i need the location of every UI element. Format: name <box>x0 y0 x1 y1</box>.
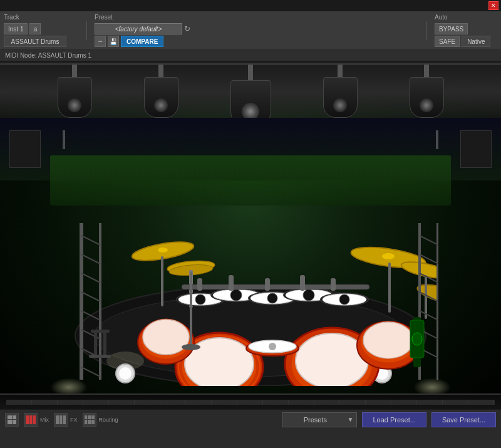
presets-dropdown-button[interactable]: Presets <box>282 412 357 427</box>
save-preset-button[interactable]: Save Preset... <box>431 412 496 427</box>
svg-point-31 <box>339 294 349 305</box>
routing-cell-6 <box>91 420 95 424</box>
svg-point-84 <box>412 333 422 345</box>
routing-cell-1 <box>85 415 88 420</box>
save-icon: 💾 <box>110 38 117 45</box>
auto-section: Auto BYPASS SAFE Native <box>435 14 497 47</box>
preset-section: Preset <factory default> ↻ − 💾 COMPARE <box>95 14 419 47</box>
routing-cell-4 <box>85 420 88 424</box>
routing-cell-3 <box>91 415 95 420</box>
main-content <box>0 61 501 409</box>
fixture-body-5 <box>410 77 444 118</box>
fx-icon <box>56 415 66 424</box>
fx-bar-3 <box>63 415 66 424</box>
svg-point-25 <box>267 293 277 303</box>
separator-1 <box>86 21 87 40</box>
icon-group-mix: Mix <box>24 413 49 427</box>
routing-icon <box>85 415 95 424</box>
svg-rect-48 <box>182 284 369 289</box>
svg-line-65 <box>81 236 100 245</box>
fixture-mount-5 <box>424 65 429 77</box>
svg-rect-62 <box>425 275 427 319</box>
icon-group-routing: Routing <box>83 413 118 427</box>
fx-bar-2 <box>59 415 63 424</box>
mix-bar-3 <box>33 415 36 424</box>
svg-rect-54 <box>190 272 192 347</box>
svg-rect-52 <box>300 275 305 291</box>
save-icon-button[interactable]: 💾 <box>108 36 119 47</box>
presets-container: Presets ▼ <box>282 412 357 427</box>
fixture-1 <box>58 65 92 118</box>
svg-rect-88 <box>89 355 111 358</box>
svg-rect-61 <box>388 263 391 313</box>
mix-icon <box>26 415 36 424</box>
routing-cell-5 <box>88 420 91 424</box>
compare-button[interactable]: COMPARE <box>121 36 163 47</box>
control-bar: Track Inst 1 a ASSAULT Drums Preset <fac… <box>0 11 501 50</box>
fixture-4 <box>323 65 358 118</box>
track-section: Track Inst 1 a ASSAULT Drums <box>4 14 79 47</box>
mix-bar-2 <box>29 415 33 424</box>
svg-rect-53 <box>331 278 336 291</box>
fixture-lens-4 <box>333 98 347 112</box>
svg-line-68 <box>81 292 100 301</box>
fixture-2 <box>144 65 178 118</box>
svg-point-4 <box>119 367 132 380</box>
fixture-mount-1 <box>72 65 77 77</box>
icon-group-1 <box>5 413 19 427</box>
bottom-toolbar: Mix FX Routing Presets <box>0 409 501 429</box>
svg-point-19 <box>195 294 205 305</box>
routing-label: Routing <box>99 417 118 423</box>
minus-button[interactable]: − <box>95 36 106 47</box>
bottom-truss <box>0 393 501 409</box>
svg-rect-86 <box>94 333 97 358</box>
drum-kit-visualization <box>63 135 438 386</box>
mix-icon-button[interactable] <box>24 413 38 427</box>
title-bar: ✕ <box>0 0 501 11</box>
svg-point-14 <box>382 253 395 259</box>
safe-button[interactable]: SAFE <box>435 36 460 47</box>
svg-point-28 <box>303 289 314 301</box>
svg-line-67 <box>81 273 100 283</box>
svg-rect-85 <box>91 330 110 333</box>
close-button[interactable]: ✕ <box>488 1 498 10</box>
fixture-lens-2 <box>154 98 168 112</box>
fx-icon-button[interactable] <box>54 413 68 427</box>
native-button[interactable]: Native <box>462 36 490 47</box>
svg-rect-87 <box>103 333 106 358</box>
grid-cell-1 <box>8 415 12 420</box>
a-button[interactable]: a <box>29 23 41 34</box>
svg-line-75 <box>420 236 438 245</box>
auto-label: Auto <box>435 14 497 21</box>
svg-point-9 <box>158 247 168 253</box>
routing-icon-button[interactable] <box>83 413 96 427</box>
fixture-mount-4 <box>338 65 343 77</box>
fixture-mount-3 <box>248 65 253 80</box>
fixture-5 <box>410 65 444 118</box>
midi-node-label: MIDI Node: ASSAULT Drums 1 <box>5 52 91 59</box>
grid-2x2-icon <box>8 415 16 424</box>
svg-point-55 <box>182 344 200 350</box>
svg-rect-50 <box>229 275 234 291</box>
cycle-icon[interactable]: ↻ <box>184 24 190 33</box>
svg-point-22 <box>230 289 242 301</box>
fixture-lens-1 <box>68 98 81 112</box>
fixture-lens-5 <box>420 98 433 112</box>
midi-bar: MIDI Node: ASSAULT Drums 1 <box>0 50 501 61</box>
inst-button[interactable]: Inst 1 <box>4 23 28 34</box>
fixture-body-4 <box>323 77 358 118</box>
preset-dropdown-button[interactable]: <factory default> <box>95 23 182 34</box>
bypass-button[interactable]: BYPASS <box>435 23 468 34</box>
svg-point-44 <box>363 322 413 358</box>
load-preset-button[interactable]: Load Preset... <box>362 412 426 427</box>
grid-icon[interactable] <box>5 413 19 427</box>
fixture-body-1 <box>58 77 92 118</box>
grid-cell-2 <box>13 415 17 420</box>
routing-cell-2 <box>88 415 91 420</box>
svg-point-41 <box>143 320 189 355</box>
svg-point-47 <box>269 343 276 350</box>
fx-label: FX <box>70 417 78 423</box>
preset-label-text: Preset <box>95 14 419 21</box>
speaker-left <box>9 130 41 168</box>
track-name-button[interactable]: ASSAULT Drums <box>4 36 66 47</box>
